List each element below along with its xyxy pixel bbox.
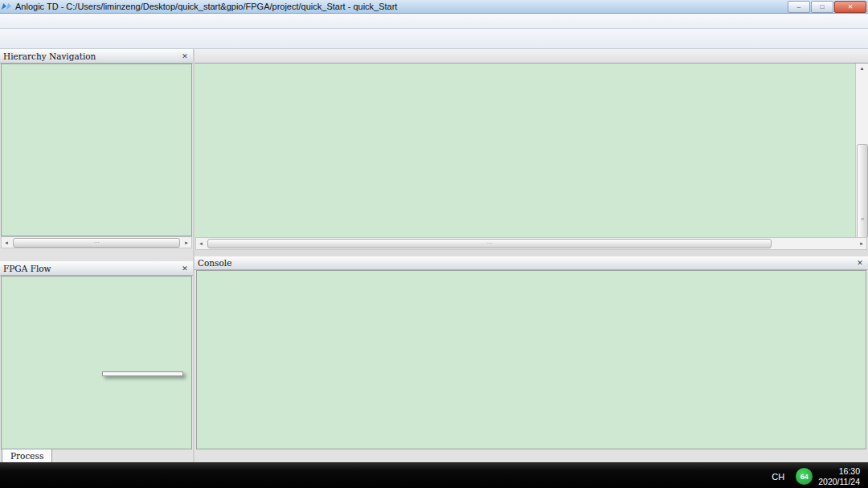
console-tab-row bbox=[194, 449, 868, 462]
project-sources-tabs bbox=[0, 248, 193, 261]
system-tray: CH 64 16:30 2020/11/24 bbox=[772, 466, 865, 487]
panel-splitter[interactable] bbox=[194, 250, 868, 256]
hierarchy-panel-title: Hierarchy Navigation bbox=[3, 51, 96, 61]
taskbar: CH 64 16:30 2020/11/24 bbox=[0, 462, 868, 488]
flow-close-icon[interactable]: ✕ bbox=[180, 265, 190, 273]
hierarchy-tree bbox=[1, 64, 192, 236]
hierarchy-panel-header: Hierarchy Navigation ✕ bbox=[0, 49, 193, 64]
tab-process[interactable]: Process bbox=[2, 449, 52, 462]
scroll-left-icon[interactable]: ◂ bbox=[196, 240, 206, 247]
scroll-right-icon[interactable]: ▸ bbox=[857, 240, 866, 247]
close-button[interactable]: ✕ bbox=[834, 1, 866, 13]
flow-panel-header: FPGA Flow ✕ bbox=[0, 261, 193, 276]
editor-vscrollbar[interactable]: ▴ ≡ ▾ bbox=[855, 64, 868, 237]
code-lines[interactable] bbox=[194, 64, 855, 237]
code-editor[interactable]: ▴ ≡ ▾ bbox=[194, 64, 868, 237]
hierarchy-hscrollbar[interactable]: ◂ ⋯ ▸ bbox=[1, 236, 192, 248]
scroll-thumb[interactable]: ≡ bbox=[857, 144, 868, 237]
minimize-button[interactable]: – bbox=[788, 1, 810, 13]
language-indicator[interactable]: CH bbox=[772, 472, 784, 482]
scroll-track[interactable]: ≡ bbox=[857, 73, 867, 228]
title-bar: Anlogic TD - C:/Users/liminzeng/Desktop/… bbox=[0, 0, 868, 14]
anlogic-logo-icon bbox=[2, 2, 12, 10]
menu-bar bbox=[0, 14, 868, 29]
context-menu bbox=[102, 371, 183, 376]
console-output[interactable] bbox=[196, 270, 866, 450]
scroll-left-icon[interactable]: ◂ bbox=[2, 240, 11, 246]
scroll-track[interactable]: ⋯ bbox=[11, 238, 182, 247]
editor-tab-bar bbox=[194, 49, 868, 64]
battery-indicator[interactable]: 64 bbox=[796, 468, 813, 485]
console-panel-header: Console ✕ bbox=[194, 256, 868, 270]
maximize-button[interactable]: □ bbox=[811, 1, 833, 13]
editor-console-area: ▴ ≡ ▾ ◂ ⋯ ▸ Console ✕ bbox=[194, 49, 868, 462]
toolbar bbox=[0, 29, 868, 49]
flow-panel-title: FPGA Flow bbox=[3, 264, 51, 273]
console-panel-title: Console bbox=[198, 258, 231, 268]
editor-hscrollbar[interactable]: ◂ ⋯ ▸ bbox=[195, 237, 867, 250]
window-title: Anlogic TD - C:/Users/liminzeng/Desktop/… bbox=[15, 2, 397, 11]
fpga-flow-list bbox=[1, 276, 192, 449]
clock-time: 16:30 bbox=[818, 466, 860, 477]
scroll-right-icon[interactable]: ▸ bbox=[182, 240, 191, 246]
process-tab-row: Process bbox=[0, 449, 193, 462]
console-close-icon[interactable]: ✕ bbox=[855, 259, 865, 267]
scroll-thumb[interactable]: ⋯ bbox=[13, 238, 180, 248]
left-panel: Hierarchy Navigation ✕ ◂ ⋯ ▸ FPGA Flow ✕… bbox=[0, 49, 194, 462]
scroll-track[interactable]: ⋯ bbox=[206, 239, 857, 248]
clock-date: 2020/11/24 bbox=[818, 477, 860, 487]
clock[interactable]: 16:30 2020/11/24 bbox=[818, 466, 860, 487]
scroll-thumb[interactable]: ⋯ bbox=[207, 239, 772, 248]
scroll-up-icon[interactable]: ▴ bbox=[861, 64, 864, 73]
hierarchy-close-icon[interactable]: ✕ bbox=[180, 52, 190, 60]
